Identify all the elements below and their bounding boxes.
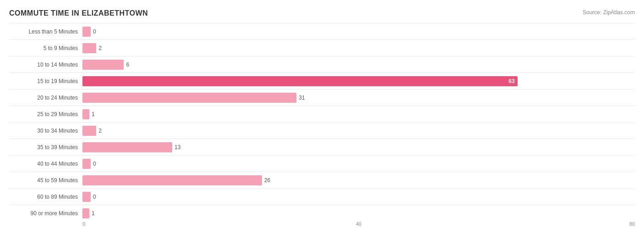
bar-row: 90 or more Minutes1 [9,205,635,221]
bar-fill [82,109,89,119]
bar-fill [82,175,262,185]
chart-area: Less than 5 Minutes05 to 9 Minutes210 to… [9,23,635,221]
bar-track: 0 [82,159,635,169]
bar-track: 0 [82,27,635,37]
bar-fill: 63 [82,76,518,86]
bar-fill [82,43,96,53]
bar-label: 10 to 14 Minutes [9,61,82,68]
bar-row: 20 to 24 Minutes31 [9,89,635,106]
bar-track: 6 [82,60,635,70]
chart-source: Source: ZipAtlas.com [583,9,635,16]
bar-fill [82,93,296,103]
bar-label: 40 to 44 Minutes [9,161,82,167]
bar-fill [82,192,91,202]
bar-label: 30 to 34 Minutes [9,128,82,134]
bar-value: 1 [92,210,95,217]
bar-fill [82,159,91,169]
bar-value: 2 [98,128,102,134]
bar-fill [82,208,89,218]
bar-track: 1 [82,109,635,119]
bar-track: 63 [82,76,635,86]
bar-track: 0 [82,192,635,202]
bar-label: 60 to 89 Minutes [9,194,82,200]
bar-label: 90 or more Minutes [9,210,82,217]
bar-row: 60 to 89 Minutes0 [9,188,635,205]
bar-fill [82,142,172,152]
bar-value: 26 [264,177,270,184]
bar-track: 1 [82,208,635,218]
bar-label: 15 to 19 Minutes [9,78,82,84]
bar-label: 5 to 9 Minutes [9,45,82,51]
bar-label: 20 to 24 Minutes [9,95,82,101]
bar-row: 15 to 19 Minutes63 [9,73,635,89]
x-axis: 04080 [82,221,635,230]
bar-value: 0 [93,161,96,167]
bar-row: 5 to 9 Minutes2 [9,39,635,56]
bar-value: 0 [93,28,96,35]
x-axis-tick: 0 [82,221,85,227]
bar-value-inside: 63 [508,78,514,84]
bar-fill [82,60,124,70]
bar-fill [82,27,91,37]
bar-track: 26 [82,175,635,185]
bar-label: 35 to 39 Minutes [9,144,82,151]
bar-value: 1 [92,111,95,117]
bar-row: 40 to 44 Minutes0 [9,155,635,172]
bar-label: 25 to 29 Minutes [9,111,82,117]
bar-row: Less than 5 Minutes0 [9,23,635,39]
bar-track: 31 [82,93,635,103]
x-axis-tick: 80 [629,221,635,227]
chart-header: COMMUTE TIME IN ELIZABETHTOWN Source: Zi… [9,9,635,17]
bar-track: 2 [82,43,635,53]
bar-label: Less than 5 Minutes [9,28,82,35]
bar-row: 10 to 14 Minutes6 [9,56,635,73]
bar-value: 31 [299,95,305,101]
bar-row: 35 to 39 Minutes13 [9,139,635,155]
bar-row: 25 to 29 Minutes1 [9,106,635,122]
bar-label: 45 to 59 Minutes [9,177,82,184]
bar-value: 6 [126,61,129,68]
bar-value: 0 [93,194,96,200]
bar-track: 2 [82,126,635,136]
chart-title: COMMUTE TIME IN ELIZABETHTOWN [9,9,148,17]
bar-fill [82,126,96,136]
bar-track: 13 [82,142,635,152]
chart-container: COMMUTE TIME IN ELIZABETHTOWN Source: Zi… [0,5,644,240]
bar-value: 13 [175,144,180,151]
bar-value: 2 [98,45,102,51]
x-axis-tick: 40 [356,221,361,227]
bar-row: 45 to 59 Minutes26 [9,172,635,188]
bar-row: 30 to 34 Minutes2 [9,122,635,139]
